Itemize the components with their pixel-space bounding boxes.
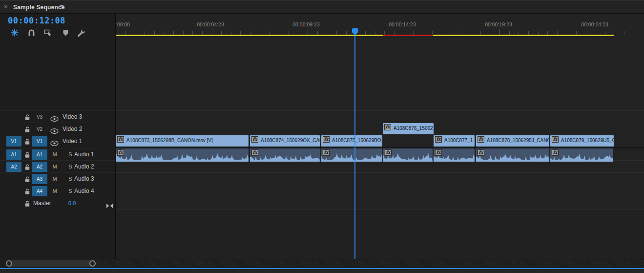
ruler-tick — [173, 31, 174, 35]
audio-waveform — [116, 148, 249, 162]
audio-clip[interactable]: fx — [476, 148, 549, 162]
ruler-tick — [375, 31, 375, 35]
ruler-tick — [576, 31, 577, 35]
fx-badge[interactable]: fx — [385, 149, 392, 156]
fx-badge[interactable]: fx — [478, 136, 484, 143]
target-toggle-v2[interactable]: V2 — [32, 124, 47, 134]
ruler-tick — [116, 29, 116, 35]
close-icon[interactable]: × — [4, 3, 8, 10]
ruler-tick — [499, 29, 500, 35]
ruler-tick — [240, 31, 241, 35]
audio-clip[interactable]: fx — [383, 148, 433, 162]
solo-button[interactable]: S — [66, 148, 74, 161]
zoom-handle-right[interactable] — [89, 260, 96, 267]
fx-badge[interactable]: fx — [323, 136, 330, 143]
source-patch-a2[interactable]: A2 — [6, 162, 21, 172]
fx-badge[interactable]: fx — [251, 149, 258, 156]
playhead-timecode[interactable]: 00:00:12:08 — [8, 16, 65, 25]
master-level-value[interactable]: 0.0 — [68, 197, 76, 210]
audio-clip[interactable]: fx — [116, 148, 249, 162]
audio-clip[interactable]: fx — [321, 148, 382, 162]
video-clip[interactable]: fxA108C873_1506298B_CANON.mov [V] — [116, 135, 249, 147]
add-marker-icon[interactable] — [61, 28, 70, 38]
solo-button[interactable]: S — [66, 185, 74, 197]
fx-badge[interactable]: fx — [323, 149, 330, 156]
timeline-settings-icon[interactable] — [76, 28, 86, 38]
audio-waveform — [550, 148, 613, 162]
lock-icon[interactable] — [24, 188, 30, 197]
video-clip[interactable]: fxA108C875_150629BO_ — [321, 135, 382, 147]
target-toggle-a3[interactable]: A3 — [32, 174, 47, 184]
audio-clip[interactable]: fx — [434, 148, 475, 162]
ruler-tick — [221, 31, 222, 35]
ruler-tick — [423, 31, 423, 35]
pan-bowtie-icon[interactable] — [106, 201, 113, 210]
ruler-tick — [432, 31, 433, 35]
lock-icon[interactable] — [24, 164, 30, 172]
ruler-label: 00:00:19:23 — [485, 21, 512, 27]
fx-badge[interactable]: fx — [478, 149, 484, 156]
audio-clip[interactable]: fx — [550, 148, 613, 162]
lock-icon[interactable] — [24, 151, 30, 160]
linked-selection-icon[interactable] — [43, 28, 53, 38]
scrollbar-thumb[interactable] — [6, 260, 96, 267]
audio-waveform — [250, 148, 320, 162]
ruler-tick — [567, 31, 567, 35]
mute-button[interactable]: M — [51, 148, 59, 161]
panel-menu-icon[interactable]: ≡ — [60, 2, 64, 11]
video-clip[interactable]: fxA108C876_15062 — [383, 123, 434, 134]
lock-icon[interactable] — [24, 200, 30, 209]
timeline-track-area: :00:0000:00:04:2300:00:09:2300:00:14:230… — [116, 14, 644, 259]
panel-tab-bar: × Sample Sequence ≡ — [0, 0, 644, 14]
target-toggle-a2[interactable]: A2 — [32, 162, 47, 172]
fx-badge[interactable]: fx — [251, 136, 258, 143]
time-ruler[interactable]: :00:0000:00:04:2300:00:09:2300:00:14:230… — [116, 14, 644, 37]
video-clip[interactable]: fxA108C877_1 — [434, 135, 475, 147]
lock-icon[interactable] — [24, 176, 30, 185]
ruler-tick — [404, 29, 404, 35]
video-clip[interactable]: fxA108C879_150629U5_C — [550, 135, 614, 147]
target-toggle-v1[interactable]: V1 — [32, 136, 47, 147]
ruler-tick — [231, 31, 231, 35]
mute-button[interactable]: M — [51, 161, 59, 173]
target-toggle-v3[interactable]: V3 — [32, 112, 47, 122]
nested-sequence-icon[interactable] — [10, 28, 20, 38]
lock-icon[interactable] — [24, 114, 30, 123]
mute-button[interactable]: M — [51, 185, 59, 197]
fx-badge[interactable]: fx — [117, 149, 124, 156]
timeline-toolbar — [0, 27, 116, 40]
fx-badge[interactable]: fx — [552, 136, 559, 143]
ruler-tick — [135, 31, 135, 35]
solo-button[interactable]: S — [66, 173, 74, 185]
source-patch-v1[interactable]: V1 — [6, 136, 21, 147]
audio-clip[interactable]: fx — [250, 148, 320, 162]
source-patch-a1[interactable]: A1 — [6, 149, 21, 160]
zoom-handle-left[interactable] — [6, 260, 12, 267]
audio-waveform — [476, 148, 549, 162]
fx-badge[interactable]: fx — [552, 149, 559, 156]
track-header-a3: A3MSAudio 3 — [0, 172, 116, 185]
ruler-tick — [289, 31, 289, 35]
scrollbar-track[interactable] — [96, 260, 644, 267]
fx-badge[interactable]: fx — [435, 149, 442, 156]
fx-badge[interactable]: fx — [435, 136, 442, 143]
eye-icon[interactable] — [50, 139, 59, 148]
ruler-tick — [164, 31, 164, 35]
ruler-tick — [279, 31, 279, 35]
fx-badge[interactable]: fx — [384, 124, 391, 130]
solo-button[interactable]: S — [66, 161, 74, 173]
video-clip[interactable]: fxA108C874_150629OX_CAN — [250, 135, 320, 147]
lock-icon[interactable] — [24, 138, 30, 147]
video-clip[interactable]: fxA108C878_1506295J_CANO — [476, 135, 549, 147]
fx-badge[interactable]: fx — [117, 136, 124, 143]
mute-button[interactable]: M — [51, 173, 59, 185]
track-name-label: Audio 1 — [74, 148, 94, 161]
track-header-column: 00:00:12:08 V3Video 3V2Video 2V1V1Video … — [0, 14, 116, 259]
track-name-label: Video 3 — [62, 111, 82, 123]
lock-icon[interactable] — [24, 126, 30, 135]
tab-sequence[interactable]: Sample Sequence — [13, 4, 65, 11]
target-toggle-a4[interactable]: A4 — [32, 186, 47, 196]
ruler-tick — [452, 31, 452, 35]
target-toggle-a1[interactable]: A1 — [32, 149, 47, 160]
snap-icon[interactable] — [26, 28, 36, 38]
